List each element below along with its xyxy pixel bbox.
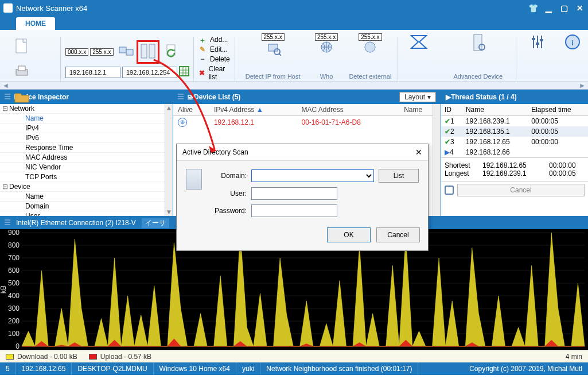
svg-rect-12: [180, 67, 188, 75]
ribbon-about[interactable]: i About: [559, 33, 586, 87]
refresh-range-icon[interactable]: [165, 43, 180, 61]
inspector-field[interactable]: MAC Address: [0, 153, 173, 163]
ribbon: 000.x.x 255.x.x 192.168.12.1 192.168.12.…: [0, 30, 588, 90]
delete-button[interactable]: −Delete: [198, 55, 230, 63]
inspector-field[interactable]: User: [0, 211, 173, 216]
ribbon-group-range: 000.x.x 255.x.x 192.168.12.1 192.168.12.…: [61, 33, 194, 87]
devlist-scrollbar[interactable]: [433, 104, 441, 216]
new-icon[interactable]: [10, 34, 33, 57]
table-row: ⊕ 192.168.12.1 00-16-01-71-A6-D8: [173, 116, 441, 129]
inspector-field[interactable]: IPv6: [0, 133, 173, 143]
ribbon-detect-ip[interactable]: 255.x.x Detect IP from Host name...: [235, 33, 310, 87]
thread-row[interactable]: ▶4192.168.12.66: [441, 147, 588, 157]
inspector-field[interactable]: Response Time: [0, 143, 173, 153]
thread-row[interactable]: ✔2192.168.135.100:00:05: [441, 126, 588, 137]
minimize-icon[interactable]: ▁: [544, 3, 553, 13]
user-input[interactable]: [251, 187, 337, 200]
svg-text:600: 600: [8, 267, 20, 275]
ribbon-preferences[interactable]: Preferences: [516, 33, 559, 87]
tab-home[interactable]: HOME: [16, 17, 55, 30]
add-button[interactable]: ＋Add...: [198, 36, 228, 44]
svg-text:800: 800: [8, 241, 20, 249]
svg-text:900: 900: [8, 229, 20, 237]
svg-rect-2: [18, 66, 25, 71]
computers-icon[interactable]: [119, 45, 135, 59]
active-directory-dialog: Active Directory Scan✕ Domain:List User:…: [176, 144, 429, 251]
svg-text:i: i: [571, 39, 573, 47]
close-icon[interactable]: ✕: [575, 3, 585, 13]
globe-icon: ⊕: [178, 118, 187, 127]
chart-legend: Download - 0.00 kB Upload - 0.57 kB 4 mi…: [0, 350, 588, 362]
active-directory-button[interactable]: [137, 40, 159, 64]
cancel-button[interactable]: Cancel: [376, 227, 420, 242]
theme-icon[interactable]: 👕: [528, 3, 538, 13]
print-icon[interactable]: [10, 60, 33, 83]
clear-list-button[interactable]: ✖Clear list: [198, 65, 231, 81]
inspector-tree[interactable]: ⊟Network Name IPv4IPv6Response TimeMAC A…: [0, 104, 173, 216]
thread-status-pane: ▶ Thread Status (1 / 4) IDNameElapsed ti…: [441, 90, 588, 216]
svg-text:100: 100: [8, 330, 20, 338]
svg-rect-25: [540, 39, 543, 41]
maximize-icon[interactable]: ▢: [560, 3, 569, 13]
window-title: Network Scanner x64: [16, 4, 524, 13]
thread-row[interactable]: ✔1192.168.239.100:00:05: [441, 116, 588, 127]
svg-rect-24: [536, 43, 539, 45]
inspector-field[interactable]: TCP Ports: [0, 172, 173, 182]
svg-rect-13: [268, 44, 278, 51]
thread-status-title: Thread Status (1 / 4): [451, 93, 517, 101]
ribbon-virustotal[interactable]: VirusTotal...: [398, 33, 440, 87]
grid-icon[interactable]: [179, 66, 189, 78]
ghost-ip1: 000.x.x: [65, 48, 88, 56]
list-button[interactable]: List: [379, 169, 419, 183]
layout-dropdown[interactable]: Layout▾: [399, 92, 436, 102]
inspector-field[interactable]: Domain: [0, 202, 173, 211]
dialog-title: Active Directory Scan: [182, 148, 248, 156]
device-list-icon: 🖳: [187, 93, 194, 101]
svg-rect-7: [126, 49, 133, 55]
ok-button[interactable]: OK: [327, 227, 371, 242]
ribbon-whois[interactable]: 255.x.x Who Is...: [310, 33, 342, 87]
ribbon-adv-explorer[interactable]: Advanced Device Explorer...: [440, 33, 516, 87]
svg-rect-9: [149, 44, 155, 58]
nic-name: Intel(R) Ethernet Connection (2) I218-V: [16, 219, 136, 227]
ghost-ip2: 255.x.x: [90, 48, 113, 56]
svg-text:200: 200: [8, 317, 20, 325]
app-icon: [3, 3, 13, 13]
chevron-right-icon[interactable]: ▶: [446, 93, 451, 101]
svg-text:700: 700: [8, 254, 20, 262]
inspector-field[interactable]: NIC Vendor: [0, 163, 173, 172]
stop-icon[interactable]: [445, 186, 454, 195]
device-inspector-pane: Device Inspector ⊟Network Name IPv4IPv6R…: [0, 90, 173, 216]
edit-button[interactable]: ✎Edit...: [198, 45, 228, 53]
server-icon: [186, 169, 202, 190]
domain-select[interactable]: [251, 169, 374, 182]
ribbon-detect-ext[interactable]: 255.x.x Detect external IP...: [342, 33, 398, 87]
device-list-table[interactable]: Alive IPv4 Address ▲ MAC Address Name ⊕ …: [173, 104, 441, 129]
svg-text:500: 500: [8, 279, 20, 287]
inspector-scrollbar[interactable]: ▲▼: [165, 104, 173, 216]
ip-to-input[interactable]: 192.168.12.254: [122, 67, 177, 78]
ribbon-group-edit: ＋Add... ✎Edit... −Delete ✖Clear list: [194, 33, 235, 87]
svg-rect-18: [474, 34, 482, 51]
svg-text:400: 400: [8, 292, 20, 300]
inspector-field[interactable]: Name: [0, 192, 173, 202]
inspector-field[interactable]: IPv4: [0, 123, 173, 133]
title-bar: Network Scanner x64 👕 ▁ ▢ ✕: [0, 0, 588, 16]
ip-from-input[interactable]: 192.168.12.1: [65, 67, 120, 78]
svg-text:0: 0: [15, 342, 20, 350]
tab-strip: HOME: [0, 16, 588, 30]
ribbon-group-file: [2, 33, 61, 87]
thread-row[interactable]: ✔3192.168.12.6500:00:00: [441, 137, 588, 147]
cancel-threads-button[interactable]: Cancel: [457, 184, 585, 196]
svg-rect-6: [119, 47, 126, 53]
ribbon-scroll[interactable]: ◄►: [0, 81, 588, 89]
status-bar: 5 192.168.12.65 DESKTOP-Q2LMDMU Windows …: [0, 362, 588, 375]
svg-text:kB: kB: [0, 285, 7, 294]
svg-rect-23: [532, 38, 535, 40]
device-list-title: Device List (5): [194, 93, 240, 101]
svg-text:300: 300: [8, 304, 20, 312]
dialog-close-icon[interactable]: ✕: [415, 148, 422, 157]
svg-rect-8: [141, 44, 147, 58]
nic-name-2: イーサ: [142, 218, 169, 228]
password-input[interactable]: [251, 204, 337, 217]
